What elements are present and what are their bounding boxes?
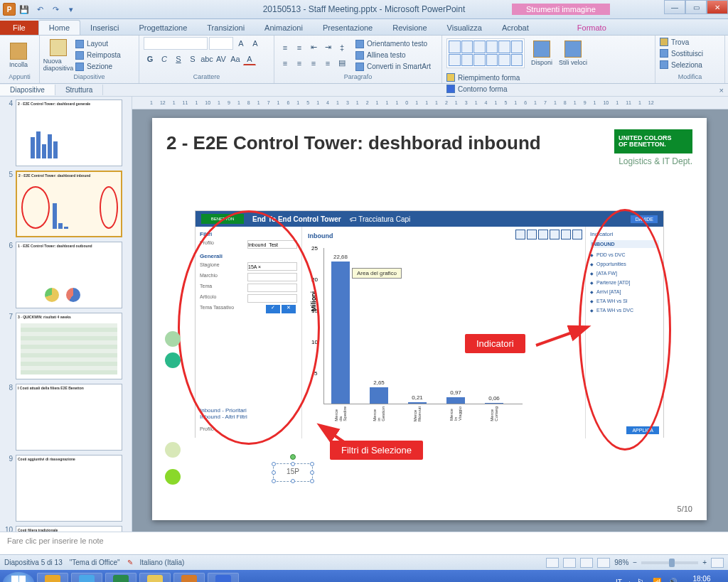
tab-design[interactable]: Progettazione: [129, 21, 197, 35]
taskbar-word[interactable]: [208, 573, 239, 583]
handle-se[interactable]: [310, 479, 314, 483]
find-button[interactable]: Trova: [660, 37, 689, 47]
tab-animations[interactable]: Animazioni: [255, 21, 313, 35]
align-text-button[interactable]: Allinea testo: [355, 50, 431, 60]
chart-tool-4[interactable]: [550, 230, 560, 239]
thumb-9[interactable]: 9 Costi aggiuntivi di riassegnazione: [3, 455, 129, 522]
view-slideshow-button[interactable]: [597, 558, 610, 568]
quick-styles-button[interactable]: Stili veloci: [559, 37, 587, 70]
tray-lang[interactable]: IT: [616, 578, 622, 582]
thumb-8[interactable]: 8 I Costi attuali della filiera E2E Bene…: [3, 384, 129, 451]
tab-insert[interactable]: Inserisci: [80, 21, 129, 35]
thumb-5[interactable]: 5 2 - E2E Control Tower: dashboard inbou…: [3, 171, 129, 237]
tab-format[interactable]: Formato: [567, 21, 616, 35]
taskbar-ie[interactable]: [71, 573, 102, 583]
selected-textbox[interactable]: 15P: [273, 463, 313, 482]
notes-pane[interactable]: Fare clic per inserire le note: [0, 532, 728, 554]
thumb-6[interactable]: 6 1 - E2E Control Tower: dashboard outbo…: [3, 242, 129, 308]
undo-icon[interactable]: ↶: [33, 2, 47, 16]
handle-n[interactable]: [291, 462, 295, 466]
zoom-in-button[interactable]: +: [702, 559, 707, 566]
taskbar-excel[interactable]: [105, 573, 136, 583]
numbering-button[interactable]: ≡: [293, 41, 306, 54]
minimize-button[interactable]: —: [664, 0, 685, 14]
start-button[interactable]: [3, 572, 34, 583]
indent-inc-button[interactable]: ⇥: [321, 41, 334, 54]
chart-tool-3[interactable]: [538, 230, 548, 239]
select-button[interactable]: Seleziona: [660, 60, 702, 70]
zoom-slider[interactable]: [641, 561, 698, 564]
indent-dec-button[interactable]: ⇤: [307, 41, 320, 54]
panel-tab-outline[interactable]: Struttura: [55, 85, 103, 95]
chart-tool-2[interactable]: [527, 230, 537, 239]
tab-home[interactable]: Home: [38, 20, 80, 35]
status-lang[interactable]: Italiano (Italia): [140, 559, 185, 566]
tab-view[interactable]: Visualizza: [437, 21, 492, 35]
grow-font-button[interactable]: A: [235, 37, 247, 50]
zoom-percent[interactable]: 98%: [614, 559, 628, 566]
bullets-button[interactable]: ≡: [279, 41, 291, 54]
chart-tool-5[interactable]: [561, 230, 571, 239]
tab-transitions[interactable]: Transizioni: [197, 21, 255, 35]
chart-tool-6[interactable]: [572, 230, 582, 239]
shape-outline-button[interactable]: Contorno forma: [446, 84, 520, 94]
slide-canvas[interactable]: 2 - E2E Control Tower: deshborad inbound…: [152, 118, 707, 520]
taskbar-powerpoint[interactable]: [173, 573, 205, 583]
handle-sw[interactable]: [272, 479, 276, 483]
panel-tab-slides[interactable]: Diapositive: [0, 85, 55, 95]
chart-tool-1[interactable]: [515, 230, 525, 239]
handle-ne[interactable]: [310, 462, 314, 466]
handle-s[interactable]: [291, 479, 295, 483]
dot-3[interactable]: [165, 442, 181, 458]
replace-button[interactable]: Sostituisci: [660, 48, 703, 58]
annotation-ellipse-left[interactable]: [178, 210, 320, 445]
shadow-button[interactable]: abc: [200, 53, 213, 65]
tray-up-icon[interactable]: ▴: [628, 578, 631, 582]
view-reading-button[interactable]: [580, 558, 593, 568]
slide-thumbnails[interactable]: 4 2 - E2E Control Tower: dashboard gener…: [0, 97, 132, 532]
bold-button[interactable]: G: [144, 53, 156, 65]
thumb-7[interactable]: 7 3 - QUICKWIN: risultati 4 weeks: [3, 313, 129, 379]
strike-button[interactable]: S: [186, 53, 199, 65]
tab-review[interactable]: Revisione: [382, 21, 437, 35]
align-left-button[interactable]: ≡: [279, 57, 291, 70]
slide-title[interactable]: 2 - E2E Control Tower: deshborad inbound: [166, 132, 692, 154]
font-color-button[interactable]: A: [243, 53, 256, 65]
section-button[interactable]: Sezione: [75, 62, 121, 72]
tab-acrobat[interactable]: Acrobat: [492, 21, 539, 35]
case-button[interactable]: Aa: [229, 53, 242, 65]
panel-close-button[interactable]: ×: [715, 86, 728, 95]
align-right-button[interactable]: ≡: [307, 57, 320, 70]
handle-w[interactable]: [272, 470, 276, 475]
arrange-button[interactable]: Disponi: [528, 37, 556, 70]
slide-editor[interactable]: 1121111101918171615141312111011121314151…: [132, 97, 728, 532]
callout-indicators[interactable]: Indicatori: [465, 334, 525, 353]
text-direction-button[interactable]: Orientamento testo: [355, 39, 431, 49]
new-slide-button[interactable]: Nuova diapositiva: [44, 39, 73, 72]
save-icon[interactable]: 💾: [17, 2, 31, 16]
qat-dropdown-icon[interactable]: ▾: [64, 2, 78, 16]
italic-button[interactable]: C: [158, 53, 171, 65]
columns-button[interactable]: ▤: [336, 57, 348, 70]
rotate-handle[interactable]: [290, 454, 296, 460]
arrow-indicators[interactable]: [536, 324, 593, 354]
taskbar-outlook[interactable]: [37, 573, 68, 583]
line-spacing-button[interactable]: ‡: [336, 41, 348, 54]
shrink-font-button[interactable]: A: [249, 37, 262, 50]
reset-button[interactable]: Reimposta: [75, 50, 121, 60]
font-family-select[interactable]: [144, 37, 208, 50]
callout-filters[interactable]: Filtri di Selezione: [330, 441, 423, 460]
shape-fill-button[interactable]: Riempimento forma: [446, 72, 520, 82]
handle-e[interactable]: [310, 470, 314, 475]
close-button[interactable]: ✕: [707, 0, 728, 14]
tab-file[interactable]: File: [0, 21, 38, 35]
paste-button[interactable]: Incolla: [4, 39, 33, 72]
taskbar-explorer[interactable]: [139, 573, 171, 583]
spacing-button[interactable]: AV: [215, 53, 228, 65]
align-center-button[interactable]: ≡: [293, 57, 306, 70]
tray-network-icon[interactable]: 📶: [653, 578, 663, 583]
shape-gallery[interactable]: [446, 38, 525, 68]
dot-2[interactable]: [165, 352, 181, 368]
fit-button[interactable]: [711, 558, 724, 568]
tray-flag-icon[interactable]: 🏳: [637, 578, 647, 583]
